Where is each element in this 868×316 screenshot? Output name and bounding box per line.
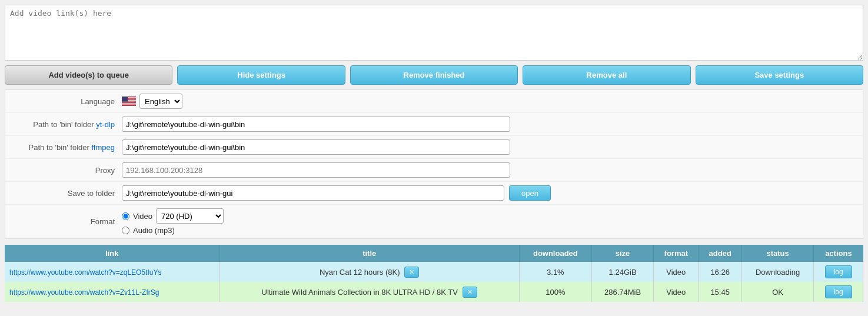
svg-rect-12 bbox=[122, 105, 136, 106]
video-format-label: Video bbox=[133, 212, 152, 221]
save-folder-label: Save to folder bbox=[10, 189, 122, 198]
video-radio[interactable] bbox=[122, 212, 129, 220]
format-row: Format Video 720 (HD) 1080 (Full HD) 480… bbox=[5, 205, 863, 238]
row2-title-cell: Ultimate Wild Animals Collection in 8K U… bbox=[220, 282, 519, 302]
url-input[interactable] bbox=[5, 5, 863, 61]
col-status: status bbox=[741, 245, 813, 262]
svg-rect-7 bbox=[122, 102, 136, 102]
table-row: https://www.youtube.com/watch?v=Zv11L-Zf… bbox=[5, 282, 863, 302]
audio-format-label: Audio (mp3) bbox=[133, 226, 175, 235]
col-downloaded: downloaded bbox=[519, 245, 591, 262]
open-folder-button[interactable]: open bbox=[509, 185, 551, 201]
video-quality-select[interactable]: 720 (HD) 1080 (Full HD) 480 (SD) 360 (Lo… bbox=[156, 208, 224, 224]
video-format-option: Video 720 (HD) 1080 (Full HD) 480 (SD) 3… bbox=[122, 208, 224, 224]
toolbar: Add video(s) to queue Hide settings Remo… bbox=[5, 65, 863, 85]
add-queue-button[interactable]: Add video(s) to queue bbox=[5, 65, 172, 85]
us-flag-icon bbox=[122, 97, 136, 106]
row1-title-cell: Nyan Cat 12 hours (8K) ✕ bbox=[220, 262, 519, 282]
row2-title: Ultimate Wild Animals Collection in 8K U… bbox=[262, 288, 458, 297]
row2-link-cell: https://www.youtube.com/watch?v=Zv11L-Zf… bbox=[5, 282, 220, 302]
ffmpeg-path-input[interactable] bbox=[122, 139, 510, 155]
ytdlp-link[interactable]: yt-dlp bbox=[96, 120, 115, 129]
ffmpeg-link[interactable]: ffmpeg bbox=[91, 143, 115, 152]
proxy-input[interactable] bbox=[122, 162, 510, 178]
save-folder-row: Save to folder open bbox=[5, 182, 863, 205]
svg-rect-8 bbox=[122, 102, 136, 103]
ytdlp-label: Path to 'bin' folder yt-dlp bbox=[10, 120, 122, 129]
row1-format: Video bbox=[654, 262, 699, 282]
hide-settings-button[interactable]: Hide settings bbox=[177, 65, 345, 85]
proxy-label: Proxy bbox=[10, 166, 122, 175]
row1-actions: log bbox=[814, 262, 863, 282]
ytdlp-row: Path to 'bin' folder yt-dlp bbox=[5, 113, 863, 136]
table-row: https://www.youtube.com/watch?v=zqLEO5tI… bbox=[5, 262, 863, 282]
remove-all-button[interactable]: Remove all bbox=[523, 65, 690, 85]
row1-status: Downloading bbox=[741, 262, 813, 282]
proxy-row: Proxy bbox=[5, 159, 863, 182]
row2-size: 286.74MiB bbox=[592, 282, 654, 302]
row1-title: Nyan Cat 12 hours (8K) bbox=[320, 268, 400, 277]
row2-remove-button[interactable]: ✕ bbox=[463, 287, 477, 298]
language-row: Language bbox=[5, 90, 863, 113]
row1-log-button[interactable]: log bbox=[825, 265, 852, 278]
remove-finished-button[interactable]: Remove finished bbox=[350, 65, 518, 85]
col-format: format bbox=[654, 245, 699, 262]
table-header-row: link title downloaded size format added … bbox=[5, 245, 863, 262]
svg-rect-10 bbox=[122, 104, 136, 104]
row2-link[interactable]: https://www.youtube.com/watch?v=Zv11L-Zf… bbox=[9, 288, 159, 297]
row1-downloaded: 3.1% bbox=[519, 262, 591, 282]
col-actions: actions bbox=[814, 245, 863, 262]
language-label: Language bbox=[10, 97, 122, 106]
row2-log-button[interactable]: log bbox=[825, 285, 852, 298]
audio-format-option: Audio (mp3) bbox=[122, 226, 224, 235]
ffmpeg-row: Path to 'bin' folder ffmpeg bbox=[5, 136, 863, 159]
row1-size: 1.24GiB bbox=[592, 262, 654, 282]
save-settings-button[interactable]: Save settings bbox=[696, 65, 863, 85]
language-select[interactable]: English bbox=[139, 94, 182, 109]
row1-link-cell: https://www.youtube.com/watch?v=zqLEO5tI… bbox=[5, 262, 220, 282]
row2-added: 15:45 bbox=[699, 282, 741, 302]
svg-rect-13 bbox=[122, 97, 128, 102]
row1-link[interactable]: https://www.youtube.com/watch?v=zqLEO5tI… bbox=[9, 268, 161, 277]
col-link: link bbox=[5, 245, 220, 262]
row2-format: Video bbox=[654, 282, 699, 302]
ytdlp-path-input[interactable] bbox=[122, 117, 510, 132]
col-title: title bbox=[220, 245, 519, 262]
row2-actions: log bbox=[814, 282, 863, 302]
svg-rect-9 bbox=[122, 103, 136, 104]
audio-radio[interactable] bbox=[122, 227, 129, 234]
settings-panel: Language bbox=[5, 89, 863, 239]
row2-status: OK bbox=[741, 282, 813, 302]
ffmpeg-label: Path to 'bin' folder ffmpeg bbox=[10, 143, 122, 152]
downloads-table: link title downloaded size format added … bbox=[5, 245, 863, 302]
row1-added: 16:26 bbox=[699, 262, 741, 282]
col-size: size bbox=[592, 245, 654, 262]
row1-remove-button[interactable]: ✕ bbox=[404, 267, 419, 278]
svg-rect-11 bbox=[122, 105, 136, 105]
col-added: added bbox=[699, 245, 741, 262]
save-folder-input[interactable] bbox=[122, 185, 504, 201]
format-label: Format bbox=[10, 217, 122, 226]
format-options: Video 720 (HD) 1080 (Full HD) 480 (SD) 3… bbox=[122, 208, 224, 235]
row2-downloaded: 100% bbox=[519, 282, 591, 302]
